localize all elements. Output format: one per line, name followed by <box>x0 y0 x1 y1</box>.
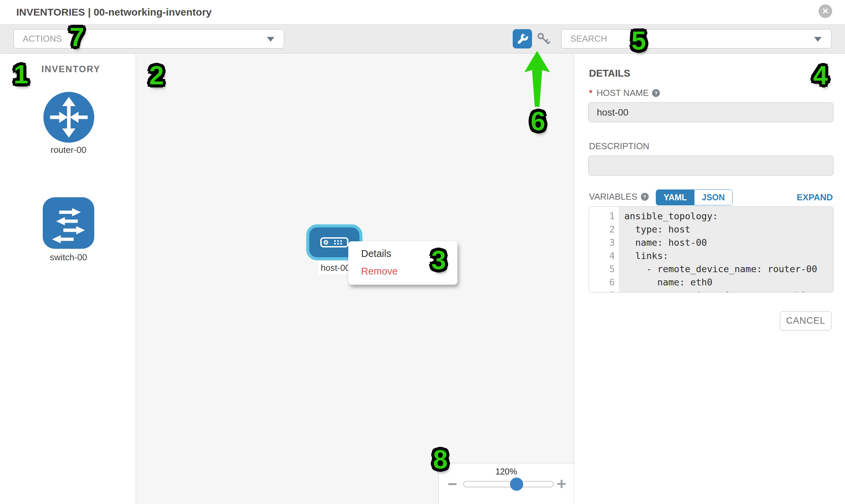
annotation-5: 5 <box>631 27 646 54</box>
switch-icon <box>43 197 94 249</box>
code-line: - remote_device_name: router-00 <box>624 262 833 275</box>
page-title: INVENTORIES | 00-networking-inventory <box>16 0 212 24</box>
annotation-2: 2 <box>149 62 164 88</box>
annotation-3: 3 <box>431 247 446 273</box>
description-label: DESCRIPTION <box>589 141 649 151</box>
actions-dropdown[interactable]: ACTIONS <box>14 29 284 49</box>
description-label-row: DESCRIPTION <box>589 141 649 151</box>
zoom-control: 120% − + <box>438 463 574 504</box>
chevron-down-icon <box>267 37 274 42</box>
host-node-label: host-00 <box>318 261 352 274</box>
key-icon <box>536 32 551 47</box>
annotation-4: 4 <box>813 62 828 88</box>
help-icon[interactable]: ? <box>641 193 649 201</box>
palette-item-label: router-00 <box>35 145 102 155</box>
annotation-8: 8 <box>433 446 447 472</box>
sidebar-title: INVENTORY <box>41 64 100 75</box>
annotation-7: 7 <box>70 24 84 50</box>
variables-label: VARIABLES <box>589 192 637 202</box>
toggle-yaml[interactable]: YAML <box>656 190 694 205</box>
code-line: links: <box>624 249 833 262</box>
toggle-json[interactable]: JSON <box>694 190 733 205</box>
code-line: type: host <box>624 223 833 236</box>
actions-dropdown-label: ACTIONS <box>23 34 62 44</box>
host-name-input[interactable] <box>588 102 833 122</box>
palette-item-label: switch-00 <box>35 252 102 263</box>
close-icon: ✕ <box>822 6 829 16</box>
host-name-label: HOST NAME <box>596 88 649 98</box>
search-dropdown[interactable]: SEARCH <box>561 29 831 49</box>
details-title: DETAILS <box>589 68 630 79</box>
palette-item-router[interactable] <box>43 92 94 143</box>
toolbar: ACTIONS SEARCH <box>0 24 845 54</box>
inventory-sidebar: INVENTORY router-00 <box>0 54 136 504</box>
editor-code-area[interactable]: ansible_topology: type: host name: host-… <box>619 207 833 292</box>
palette-item-switch[interactable] <box>43 197 94 249</box>
help-icon[interactable]: ? <box>652 89 660 97</box>
annotation-arrow-up-icon <box>524 51 551 108</box>
required-asterisk: * <box>589 88 592 98</box>
annotation-1: 1 <box>14 61 28 87</box>
code-line: name: host-00 <box>624 236 833 249</box>
expand-link[interactable]: EXPAND <box>797 192 833 203</box>
description-input[interactable] <box>588 156 833 176</box>
zoom-in-button[interactable]: + <box>557 474 566 493</box>
zoom-slider-track[interactable] <box>463 481 554 487</box>
zoom-out-button[interactable]: − <box>447 474 457 493</box>
cancel-button[interactable]: CANCEL <box>780 311 831 330</box>
line-number: 5 <box>589 262 615 275</box>
line-number: 2 <box>589 223 615 236</box>
code-line: ansible_topology: <box>624 210 833 223</box>
variables-code-editor[interactable]: 1 2 3 4 5 6 7 ansible_topology: type: ho… <box>589 206 833 292</box>
annotation-6: 6 <box>531 108 545 134</box>
search-dropdown-label: SEARCH <box>570 34 607 44</box>
topology-canvas[interactable]: host-00 Details Remove 120% − + <box>136 54 574 504</box>
close-button[interactable]: ✕ <box>818 4 832 18</box>
line-number: 7 <box>589 289 615 292</box>
zoom-slider-thumb[interactable] <box>510 478 523 491</box>
chevron-down-icon <box>814 37 822 42</box>
line-number: 4 <box>589 249 615 262</box>
variables-format-toggle: YAML JSON <box>656 190 733 205</box>
variables-label-row: VARIABLES ? <box>589 192 649 202</box>
code-line: remote_interface_name: eth0 <box>624 289 833 292</box>
zoom-level-value: 120% <box>439 467 574 476</box>
inventory-topology-page: INVENTORIES | 00-networking-inventory ✕ … <box>0 0 845 504</box>
details-panel: DETAILS * HOST NAME ? DESCRIPTION VARIAB… <box>575 54 845 504</box>
editor-line-numbers: 1 2 3 4 5 6 7 <box>589 207 619 292</box>
router-icon <box>43 92 94 143</box>
code-line: name: eth0 <box>624 275 833 289</box>
server-icon <box>320 237 349 248</box>
line-number: 6 <box>589 275 615 289</box>
host-name-label-row: * HOST NAME ? <box>589 88 660 98</box>
tools-button[interactable] <box>513 29 532 49</box>
line-number: 3 <box>589 236 615 249</box>
line-number: 1 <box>589 210 615 223</box>
header: INVENTORIES | 00-networking-inventory ✕ <box>0 0 845 24</box>
wrench-icon <box>517 33 528 45</box>
key-credentials-button[interactable] <box>536 31 551 47</box>
